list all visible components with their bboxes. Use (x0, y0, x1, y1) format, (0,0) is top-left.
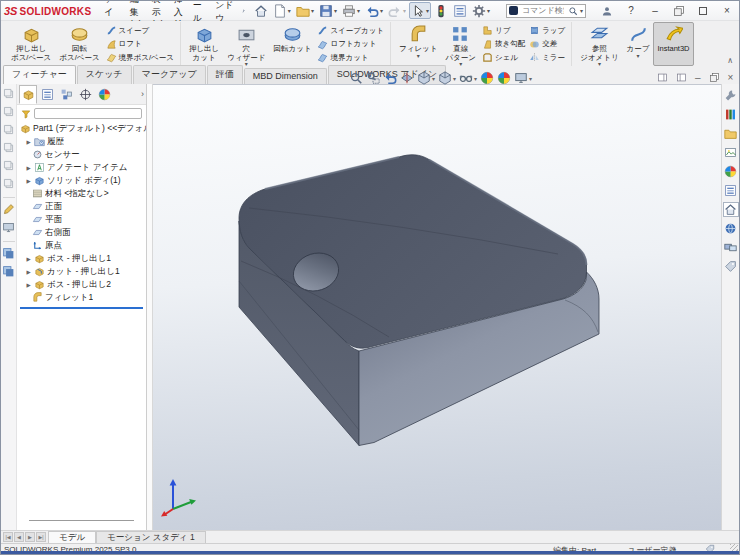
minimize-button[interactable]: – (648, 4, 662, 18)
revolved-cut-button[interactable]: 回転カット (269, 22, 315, 66)
graphics-viewport[interactable] (153, 84, 723, 530)
display-style-button[interactable]: ▾ (438, 71, 456, 85)
login-button[interactable] (600, 4, 614, 18)
dropdown-caret[interactable]: ▾ (357, 7, 360, 14)
dropdown-caret[interactable]: ▾ (380, 7, 383, 14)
hide-show-items-button[interactable]: ▾ (459, 71, 477, 85)
tab-model[interactable]: モデル (48, 531, 96, 543)
intersect-button[interactable]: 交差 (529, 38, 565, 51)
dropdown-caret[interactable]: ▾ (453, 75, 456, 82)
ribbon-collapse-chevron[interactable]: ∧ (727, 56, 733, 65)
cube-tool-icon[interactable] (2, 105, 15, 120)
view-palette-icon[interactable] (723, 145, 739, 160)
mirror-button[interactable]: ミラー (529, 51, 565, 64)
zoom-to-fit-button[interactable] (349, 71, 363, 85)
dropdown-caret[interactable]: ▾ (311, 7, 314, 14)
apply-scene-button[interactable] (497, 71, 511, 85)
close-button[interactable]: × (720, 4, 734, 18)
panel-tabs-overflow[interactable]: › (141, 89, 144, 99)
configuration-arrow[interactable]: ▴ (673, 544, 676, 551)
rib-button[interactable]: リブ (482, 24, 525, 37)
new-document-button[interactable]: ▾ (271, 2, 293, 19)
tab-featuremanager-tree[interactable] (19, 85, 37, 104)
previous-view-button[interactable] (383, 71, 397, 85)
search-input[interactable] (520, 5, 566, 16)
expand-arrow[interactable]: ▶ (25, 165, 32, 171)
monitor-view-icon[interactable] (2, 221, 15, 236)
restore-panes-button[interactable] (672, 4, 686, 18)
cascade-windows-icon[interactable] (2, 247, 15, 262)
dropdown-caret[interactable]: ▾ (474, 75, 477, 82)
reference-geometry-button[interactable]: 参照 ジオメトリ ▾ (576, 22, 622, 66)
dropdown-caret[interactable]: ▾ (403, 7, 406, 14)
dropdown-caret[interactable]: ▾ (580, 7, 583, 14)
revolved-boss-base-button[interactable]: 回転 ボス/ベース (55, 22, 103, 66)
dropdown-caret[interactable]: ▾ (637, 54, 640, 59)
tree-item-sensors[interactable]: センサー (17, 148, 146, 161)
expand-arrow[interactable]: ▶ (25, 282, 32, 288)
tree-root-part[interactable]: Part1 (デフォルト) <<デフォルト>_表示状態 1 (17, 122, 146, 135)
tree-item-origin[interactable]: 原点 (17, 239, 146, 252)
section-view-button[interactable] (400, 71, 414, 85)
redo-button[interactable]: ▾ (386, 2, 408, 19)
filter-funnel-icon[interactable] (21, 109, 31, 119)
cube-tool-icon[interactable] (2, 87, 15, 102)
tree-item-history[interactable]: ▶ 履歴 (17, 135, 146, 148)
dropdown-caret[interactable]: ▾ (417, 54, 420, 59)
home-button[interactable] (252, 2, 270, 19)
tree-item-fillet1[interactable]: フィレット1 (17, 291, 146, 304)
expand-arrow[interactable]: ▶ (25, 256, 32, 262)
tree-item-boss-extrude2[interactable]: ▶ ボス - 押し出し2 (17, 278, 146, 291)
expand-arrow[interactable]: ▶ (25, 139, 32, 145)
search-icon[interactable] (568, 6, 578, 16)
view-orientation-button[interactable]: ▾ (417, 71, 435, 85)
close-document-button[interactable]: × (728, 73, 734, 83)
minimize-document-button[interactable]: – (695, 73, 701, 83)
expand-arrow[interactable]: ▶ (25, 269, 32, 275)
tab-mbd-dimension[interactable]: MBD Dimension (244, 68, 327, 84)
marketplace-tag-icon[interactable] (723, 259, 739, 274)
boundary-cut-button[interactable]: 境界カット (317, 51, 384, 64)
tree-item-right-plane[interactable]: 右側面 (17, 226, 146, 239)
rebuild-button[interactable] (432, 2, 450, 19)
dropdown-caret[interactable]: ▾ (598, 62, 601, 67)
cascade-windows-icon[interactable] (2, 265, 15, 280)
edit-appearance-button[interactable] (480, 71, 494, 85)
solidworks-resources-icon[interactable] (723, 88, 739, 103)
tree-item-material[interactable]: 材料 <指定なし> (17, 187, 146, 200)
pane-right-icon[interactable] (676, 72, 687, 83)
help-button[interactable]: ? (624, 4, 638, 18)
cube-tool-icon[interactable] (2, 177, 15, 192)
design-library-icon[interactable] (723, 107, 739, 122)
rollback-bar[interactable] (20, 307, 143, 309)
3dexperience-icon[interactable] (723, 221, 739, 236)
save-button[interactable]: ▾ (317, 2, 339, 19)
shell-button[interactable]: シェル (482, 51, 525, 64)
custom-properties-icon[interactable] (723, 183, 739, 198)
first-tab-button[interactable]: |◀ (3, 532, 13, 542)
tree-item-solid-bodies[interactable]: ▶ ソリッド ボディ(1) (17, 174, 146, 187)
last-tab-button[interactable]: ▶| (36, 532, 46, 542)
extruded-cut-button[interactable]: 押し出し カット (185, 22, 223, 66)
dropdown-caret[interactable]: ▾ (426, 7, 429, 14)
boundary-boss-button[interactable]: 境界ボス/ベース (106, 51, 174, 64)
tree-item-boss-extrude1[interactable]: ▶ ボス - 押し出し1 (17, 252, 146, 265)
lofted-cut-button[interactable]: ロフトカット (317, 38, 384, 51)
undo-button[interactable]: ▾ (363, 2, 385, 19)
tree-item-cut-extrude1[interactable]: ▶ カット - 押し出し1 (17, 265, 146, 278)
command-search-box[interactable]: ▾ (506, 4, 586, 18)
curves-button[interactable]: カーブ ▾ (623, 22, 654, 66)
options-button[interactable]: ▾ (470, 2, 492, 19)
panel-scroll-line[interactable] (29, 520, 134, 521)
dropdown-caret[interactable]: ▾ (334, 7, 337, 14)
tab-sketch[interactable]: スケッチ (77, 65, 132, 84)
wrap-button[interactable]: ラップ (529, 24, 565, 37)
pin-menu-icon[interactable] (241, 4, 245, 18)
dropdown-caret[interactable]: ▾ (487, 7, 490, 14)
tab-markup[interactable]: マークアップ (133, 65, 206, 84)
dropdown-caret[interactable]: ▾ (529, 75, 532, 82)
tab-motion-study-1[interactable]: モーション スタディ 1 (96, 531, 206, 543)
cube-tool-icon[interactable] (2, 141, 15, 156)
tab-property-manager[interactable] (38, 85, 56, 104)
pane-left-icon[interactable] (657, 72, 668, 83)
